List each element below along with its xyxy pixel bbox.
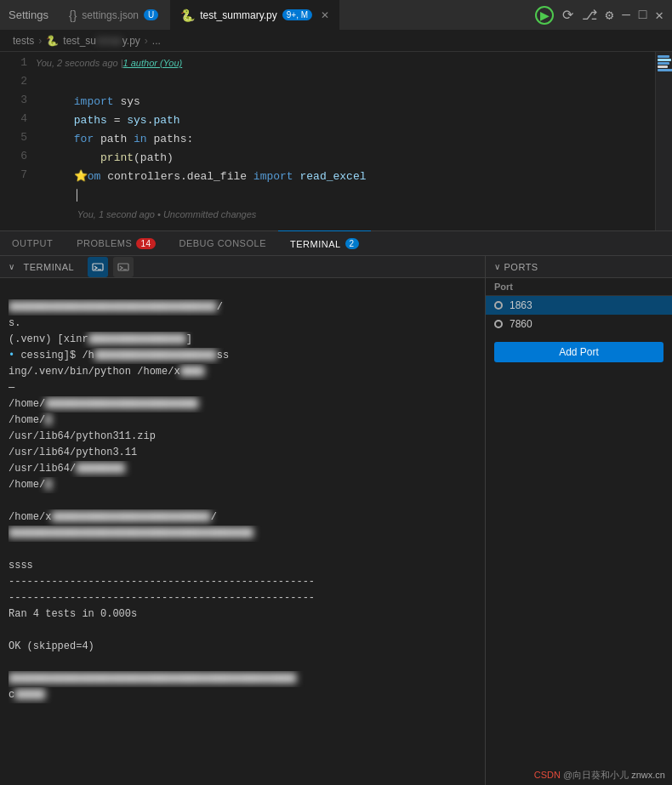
history-icon[interactable]: ⟳: [562, 7, 573, 24]
run-icon[interactable]: ▶: [535, 6, 554, 25]
terminal-section-label: TERMINAL: [24, 262, 75, 272]
output-label: OUTPUT: [12, 238, 53, 248]
breadcrumb-tests[interactable]: tests: [13, 35, 34, 47]
terminal-line-prompt: • cessing]$ /h████████████████████ss: [9, 348, 476, 364]
znwx-label: znwx.cn: [631, 770, 665, 780]
terminal-header: ∨ TERMINAL: [0, 256, 485, 278]
add-port-button[interactable]: Add Port: [494, 342, 663, 362]
git-annotation: You, 2 seconds ago | 1 author (You): [34, 54, 655, 72]
terminal-line-ssss: ssss: [9, 558, 476, 574]
terminal-line-s: s.: [9, 316, 476, 332]
terminal-line-blurred1: ██████████████████████████████████/: [9, 299, 476, 316]
watermark-at: @向日葵和小儿: [563, 770, 629, 780]
port-dot-1: [494, 301, 503, 310]
terminal-line-blank4: [9, 655, 476, 671]
tab-test-summary-badge: 9+, M: [282, 9, 312, 20]
terminal-line-blurred3: ████████████████████████████████████████…: [9, 671, 476, 687]
git-author-link[interactable]: 1 author (You): [123, 54, 183, 72]
problems-label: PROBLEMS: [77, 238, 132, 248]
terminal-badge: 2: [345, 238, 359, 249]
branch-icon[interactable]: ⎇: [582, 7, 597, 24]
tab-test-summary-label: test_summary.py: [200, 9, 276, 21]
editor-area: 1 2 3 4 5 6 7 You, 2 seconds ago | 1 aut…: [0, 52, 672, 230]
title-bar: Settings {} settings.json U 🐍 test_summa…: [0, 0, 672, 30]
tab-terminal[interactable]: TERMINAL 2: [278, 230, 371, 256]
toolbar-icons: ▶ ⟳ ⎇ ⚙ — □ ✕: [535, 6, 664, 25]
csdn-label: CSDN: [534, 770, 561, 780]
ports-panel: ∨ PORTS Port 1863 7860 Add Port: [485, 256, 672, 785]
minimize-icon[interactable]: —: [622, 8, 630, 23]
breadcrumb-file[interactable]: test_summary.py: [63, 35, 140, 47]
terminal-line-blank1: [9, 283, 476, 299]
terminal-line-home4: /home/x██████████████████████████/: [9, 509, 476, 526]
uncommitted-annotation: You, 1 second ago • Uncommitted changes: [74, 209, 257, 219]
terminal-line-lib2: /usr/lib64/python3.11: [9, 445, 476, 461]
terminal-main: ∨ TERMINAL █████████████████████████████…: [0, 256, 672, 785]
debug-console-label: DEBUG CONSOLE: [179, 238, 266, 248]
app-title: Settings: [9, 9, 48, 21]
terminal-highlighted-line: /home/x project/ ;: [9, 542, 476, 558]
terminal-line-dash: —: [9, 380, 476, 396]
code-line-1: import sys: [34, 74, 655, 93]
problems-badge: 14: [136, 238, 155, 249]
settings-json-icon: {}: [69, 9, 77, 22]
terminal-line-blank2: [9, 493, 476, 509]
tab-settings-json[interactable]: {} settings.json U: [59, 0, 168, 30]
breadcrumb-ellipsis[interactable]: ...: [152, 35, 161, 47]
tab-debug-console[interactable]: DEBUG CONSOLE: [168, 230, 278, 256]
tab-output[interactable]: OUTPUT: [0, 230, 65, 256]
panel-tabs: OUTPUT PROBLEMS 14 DEBUG CONSOLE TERMINA…: [0, 230, 672, 256]
terminal-line-home2: /home/█: [9, 412, 476, 429]
port-dot-2: [494, 320, 503, 328]
code-content[interactable]: You, 2 seconds ago | 1 author (You) impo…: [34, 52, 655, 230]
terminal-line-lib3: /usr/lib64/████████: [9, 461, 476, 477]
terminal-line-lib1: /usr/lib64/python311.zip: [9, 429, 476, 445]
line-numbers: 1 2 3 4 5 6 7: [0, 52, 34, 230]
minimap: [655, 52, 672, 230]
terminal-line-blank3: [9, 623, 476, 639]
tab-settings-label: settings.json: [82, 9, 139, 21]
terminal-label: TERMINAL: [290, 239, 341, 249]
port-value-2: 7860: [510, 318, 532, 330]
terminal-line-dashes1: ----------------------------------------…: [9, 574, 476, 590]
watermark: CSDN @向日葵和小儿 znwx.cn: [534, 769, 665, 782]
terminal-line-dashes2: ----------------------------------------…: [9, 590, 476, 606]
terminal-instance-1[interactable]: [88, 257, 108, 277]
breadcrumb: tests › 🐍 test_summary.py › ...: [0, 30, 672, 52]
python-icon: 🐍: [180, 9, 195, 22]
ports-section-label: PORTS: [504, 262, 538, 272]
port-column-header: Port: [494, 282, 663, 292]
ports-table-header: Port: [486, 278, 672, 296]
ports-row-2[interactable]: 7860: [486, 315, 672, 333]
terminal-line-home1: /home/█████████████████████████: [9, 396, 476, 412]
ports-chevron: ∨: [494, 262, 501, 271]
terminal-line-blurred2: ████████████████████████████████████████: [9, 526, 476, 542]
ports-header: ∨ PORTS: [486, 256, 672, 278]
code-line-7: [34, 186, 655, 205]
maximize-icon[interactable]: □: [639, 8, 647, 23]
close-window-icon[interactable]: ✕: [655, 7, 663, 24]
close-tab-icon[interactable]: ✕: [321, 9, 329, 21]
breadcrumb-sep-1: ›: [38, 35, 42, 47]
terminal-line-c: c█████: [9, 687, 476, 703]
breadcrumb-sep-2: ›: [145, 35, 148, 47]
terminal-line-python: ing/.venv/bin/python /home/x████: [9, 364, 476, 380]
terminal-instance-2[interactable]: [113, 257, 134, 277]
terminal-line-home3: /home/█: [9, 477, 476, 493]
tab-settings-badge: U: [144, 9, 158, 20]
terminal-panel: ∨ TERMINAL █████████████████████████████…: [0, 256, 485, 785]
terminal-line-ran: Ran 4 tests in 0.000s: [9, 606, 476, 623]
terminal-line-ok: OK (skipped=4): [9, 639, 476, 655]
ports-row-1[interactable]: 1863: [486, 296, 672, 315]
tab-problems[interactable]: PROBLEMS 14: [65, 230, 167, 256]
breadcrumb-icon-python: 🐍: [46, 35, 59, 47]
terminal-content[interactable]: ██████████████████████████████████/ s. (…: [0, 278, 485, 785]
port-value-1: 1863: [510, 299, 532, 311]
tab-test-summary[interactable]: 🐍 test_summary.py 9+, M ✕: [170, 0, 339, 30]
settings-icon[interactable]: ⚙: [606, 7, 614, 24]
terminal-chevron: ∨: [9, 262, 15, 271]
terminal-line-venv: (.venv) [xinr████████████████]: [9, 332, 476, 348]
